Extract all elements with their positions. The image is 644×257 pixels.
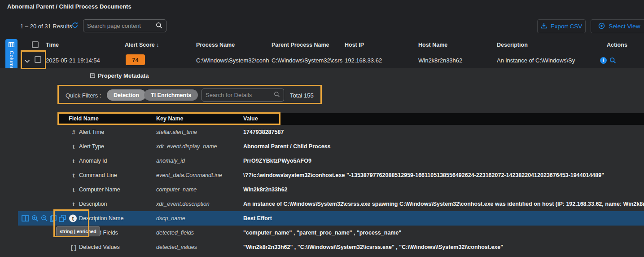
field-value: "Win2k8r2n33h62" , "C:\\Windows\\System3… xyxy=(243,244,503,250)
quick-filters-label: Quick Filters : xyxy=(66,92,101,99)
select-all-checkbox[interactable] xyxy=(32,41,39,48)
view-eye-icon xyxy=(598,22,605,31)
table-columns-icon[interactable] xyxy=(22,215,29,222)
field-row-description-name-selected[interactable]: t Description Name dscp_name Best Effort xyxy=(18,211,644,226)
process-name-cell: C:\Windows\System32\conho xyxy=(196,57,269,64)
field-name: Detected Values xyxy=(79,244,120,250)
key-name: event_data.CommandLine xyxy=(156,172,222,178)
field-name: Computer Name xyxy=(79,186,120,193)
page-search[interactable] xyxy=(83,19,166,32)
details-search-input[interactable] xyxy=(206,92,274,98)
page-title: Abnormal Parent / Child Process Document… xyxy=(7,3,131,10)
description-cell: An instance of C:\Windows\Sy xyxy=(497,57,593,64)
field-row-command-line[interactable]: t Command Line event_data.CommandLine \?… xyxy=(18,168,644,182)
value-header: Value xyxy=(243,115,258,122)
time-cell: 2025-05-21 19:14:54 xyxy=(46,57,100,64)
number-type-icon: # xyxy=(69,129,79,136)
field-row-alert-time[interactable]: # Alert Time stellar.alert_time 17479382… xyxy=(18,125,644,139)
col-header-parent-process-name[interactable]: Parent Process Name xyxy=(272,42,329,48)
field-table-body: # Alert Time stellar.alert_time 17479382… xyxy=(18,125,644,256)
row-info-icon[interactable]: i xyxy=(600,57,607,64)
col-header-host-name[interactable]: Host Name xyxy=(418,42,447,48)
col-header-alert-score[interactable]: Alert Score ↓ xyxy=(125,42,159,48)
search-icon xyxy=(274,91,280,99)
field-value: PrrO9ZYBktzPWyo5AFO9 xyxy=(243,158,311,164)
col-header-time[interactable]: Time xyxy=(46,42,59,48)
key-name: computer_name xyxy=(156,186,197,193)
col-header-host-ip[interactable]: Host IP xyxy=(345,42,364,48)
string-type-icon: t xyxy=(69,215,77,222)
field-row-anomaly-id[interactable]: t Anomaly Id anomaly_id PrrO9ZYBktzPWyo5… xyxy=(18,154,644,168)
field-name: Anomaly Id xyxy=(79,158,107,164)
field-value: Win2k8r2n33h62 xyxy=(243,186,288,193)
filter-detection-button[interactable]: Detection xyxy=(107,89,146,101)
alert-score-badge[interactable]: 74 xyxy=(126,54,145,65)
field-value: "computer_name" , "parent_proc_name" , "… xyxy=(243,230,401,236)
field-value: Best Effort xyxy=(243,215,272,222)
expand-row-chevron-icon[interactable] xyxy=(24,58,30,65)
key-name: xdr_event.display_name xyxy=(156,143,217,150)
array-type-icon: [ ] xyxy=(69,244,79,251)
download-icon xyxy=(541,22,547,30)
row-search-icon[interactable] xyxy=(609,57,616,65)
zoom-out-icon[interactable] xyxy=(41,215,48,222)
key-name: anomaly_id xyxy=(156,158,185,164)
key-name: xdr_event.description xyxy=(156,201,210,207)
field-name: Description xyxy=(79,201,107,207)
type-tooltip: string | enriched xyxy=(56,226,100,236)
copy-pages-icon[interactable] xyxy=(59,215,66,222)
string-type-icon: t xyxy=(69,172,79,179)
string-type-icon: t xyxy=(69,186,79,193)
field-row-detected-fields[interactable]: [ ] Detected Fields detected_fields "com… xyxy=(18,226,644,240)
table-grid-icon xyxy=(9,42,14,49)
key-name: detected_values xyxy=(156,244,197,250)
host-ip-cell: 192.168.33.62 xyxy=(345,57,382,64)
copy-icon[interactable] xyxy=(50,215,57,222)
col-header-actions: Actions xyxy=(607,42,627,48)
app-window: Abnormal Parent / Child Process Document… xyxy=(0,0,644,257)
search-icon xyxy=(156,22,162,30)
string-type-icon: t xyxy=(69,201,79,208)
field-name: Description Name xyxy=(79,215,123,222)
page-search-input[interactable] xyxy=(87,22,156,29)
sort-desc-icon: ↓ xyxy=(156,42,159,48)
field-name: Alert Time xyxy=(79,129,104,135)
zoom-in-icon[interactable] xyxy=(31,215,39,222)
key-name: detected_fields xyxy=(156,230,194,236)
field-value: An instance of C:\Windows\System32\csrss… xyxy=(243,201,644,207)
details-search[interactable] xyxy=(202,89,284,102)
parent-process-name-cell: C:\Windows\System32\csrss.e xyxy=(272,57,342,64)
field-name: Command Line xyxy=(79,172,117,178)
property-metadata-icon xyxy=(89,73,96,80)
field-row-computer-name[interactable]: t Computer Name computer_name Win2k8r2n3… xyxy=(18,182,644,197)
string-type-icon: t xyxy=(69,143,79,150)
string-type-icon: t xyxy=(69,158,79,164)
field-value: \??\c:\windows\system32\conhost.exe "-13… xyxy=(243,172,604,178)
field-row-alert-type[interactable]: t Alert Type xdr_event.display_name Abno… xyxy=(18,139,644,154)
field-value: 1747938287587 xyxy=(243,129,284,135)
key-name-header: Key Name xyxy=(156,115,183,122)
field-name-header: Field Name xyxy=(69,115,99,122)
row-checkbox[interactable] xyxy=(35,56,41,63)
export-csv-label: Export CSV xyxy=(551,23,583,30)
field-name: Alert Type xyxy=(79,143,104,150)
select-view-button[interactable]: Select View xyxy=(591,19,644,33)
field-table-header xyxy=(57,113,644,125)
field-row-description[interactable]: t Description xdr_event.description An i… xyxy=(18,197,644,211)
total-count: Total 155 xyxy=(290,92,314,99)
field-value: Abnormal Parent / Child Process xyxy=(243,143,331,150)
section-title: Property Metadata xyxy=(98,72,149,79)
field-row-detected-values[interactable]: [ ] Detected Values detected_values "Win… xyxy=(18,240,644,254)
col-header-description[interactable]: Description xyxy=(497,42,528,48)
key-name: stellar.alert_time xyxy=(156,129,197,135)
select-view-label: Select View xyxy=(609,23,640,30)
key-name: dscp_name xyxy=(156,215,185,222)
host-name-cell: Win2k8r2n33h62 xyxy=(418,57,462,64)
export-csv-button[interactable]: Export CSV xyxy=(537,19,586,33)
filter-ti-enrichments-button[interactable]: TI Enrichments xyxy=(144,89,198,101)
col-header-process-name[interactable]: Process Name xyxy=(196,42,235,48)
results-count: 1 – 20 of 31 Results xyxy=(20,23,72,30)
refresh-icon[interactable] xyxy=(71,22,79,30)
